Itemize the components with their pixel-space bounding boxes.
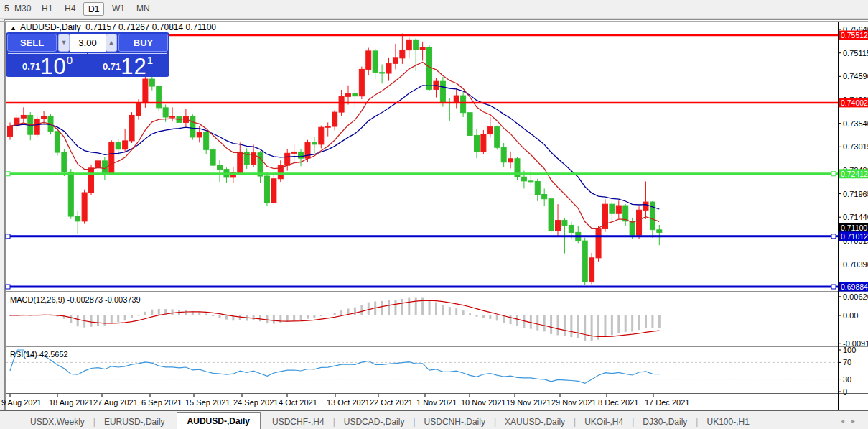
candle-body <box>149 79 154 86</box>
level-handle[interactable] <box>831 234 836 239</box>
price-badge-label: 0.71012 <box>841 232 868 241</box>
price-badge-label: 0.69884 <box>841 282 868 291</box>
candle-body <box>116 142 121 149</box>
chart-tab-dj30-[interactable]: DJ30-,Daily <box>634 415 696 429</box>
macd-histogram-bar <box>631 315 633 332</box>
sell-button[interactable]: SELL <box>7 34 57 52</box>
chart-tab-eurusd-[interactable]: EURUSD-,Daily <box>95 415 174 429</box>
macd-histogram-bar <box>388 300 390 315</box>
candle-body <box>657 230 662 233</box>
rsi-axis-label: 70 <box>843 358 851 366</box>
macd-histogram-bar <box>77 315 79 326</box>
chart-tab-usdx[interactable]: USDX,Weekly <box>22 415 93 429</box>
macd-histogram-bar <box>327 315 329 315</box>
macd-histogram-bar <box>83 315 85 328</box>
timeframe-button-d1[interactable]: D1 <box>83 2 104 16</box>
macd-histogram-bar <box>205 313 207 315</box>
price-tick-label: 0.75115 <box>843 49 868 57</box>
candle-body <box>542 195 547 199</box>
date-label: 9 Aug 2021 <box>1 398 42 407</box>
macd-histogram-bar <box>131 315 133 318</box>
candle-body <box>562 221 567 226</box>
macd-histogram-bar <box>523 315 525 328</box>
macd-histogram-bar <box>137 315 139 316</box>
candle-body <box>285 153 290 165</box>
candle-body <box>21 115 26 118</box>
chart-tab-xauusd-[interactable]: XAUUSD-,Daily <box>496 415 574 429</box>
macd-histogram-bar <box>117 315 119 322</box>
price-tick-label: 0.70390 <box>843 260 868 269</box>
chart-tab-usdcad-[interactable]: USDCAD-,Daily <box>335 415 414 429</box>
chart-symbol-period: AUDUSD-,Daily <box>20 22 81 32</box>
candle-body <box>190 116 195 137</box>
candle-body <box>501 147 506 162</box>
buy-price[interactable]: 0.71121 <box>88 53 167 76</box>
candle-body <box>82 193 87 221</box>
tabs-scroll-left-icon[interactable]: ◂ <box>841 417 851 425</box>
buy-button[interactable]: BUY <box>118 34 168 52</box>
timeframe-button-mn[interactable]: MN <box>132 2 154 16</box>
timeframe-button-h4[interactable]: H4 <box>60 2 80 16</box>
macd-histogram-bar <box>557 315 559 335</box>
ma-fast-line <box>10 62 659 228</box>
candle-body <box>521 177 526 181</box>
rsi-axis-label: 0 <box>843 387 847 396</box>
macd-histogram-bar <box>536 315 538 331</box>
chart-tab-usdchf-[interactable]: USDCHF-,H4 <box>263 415 333 429</box>
ma-slow-line <box>10 86 659 209</box>
macd-histogram-bar <box>111 315 113 323</box>
macd-histogram-bar <box>516 315 518 326</box>
date-label: 17 Dec 2021 <box>645 398 689 407</box>
candle-body <box>528 181 533 182</box>
price-badge-label: 0.72412 <box>841 170 868 178</box>
buy-price-pips: 12 <box>121 54 146 79</box>
rsi-axis-label: 100 <box>843 346 856 354</box>
sell-price-point: 0 <box>67 54 73 66</box>
level-handle[interactable] <box>6 172 10 176</box>
candle-body <box>386 63 391 73</box>
candle-body <box>495 127 500 148</box>
macd-histogram-bar <box>503 315 505 323</box>
macd-signal-line <box>10 300 659 336</box>
sell-price[interactable]: 0.71100 <box>8 53 87 76</box>
candle-body <box>535 181 540 194</box>
macd-histogram-bar <box>354 308 356 315</box>
candle-body <box>406 40 411 50</box>
macd-histogram-bar <box>151 310 153 315</box>
candle-body <box>163 108 168 117</box>
volume-input[interactable]: 3.00 <box>70 34 106 52</box>
candle-body <box>481 134 486 152</box>
macd-axis-label: 0.006201 <box>843 292 868 301</box>
chart-tab-ukoil-[interactable]: UKOil-,H4 <box>576 415 632 429</box>
candle-body <box>359 69 364 96</box>
volume-increase-icon[interactable]: ▲ <box>106 34 117 52</box>
macd-histogram-bar <box>212 315 214 316</box>
macd-histogram-bar <box>307 315 309 319</box>
chart-tab-audusd-[interactable]: AUDUSD-,Daily <box>177 412 261 429</box>
candle-body <box>373 51 378 73</box>
candle-body <box>197 132 202 137</box>
macd-histogram-bar <box>496 315 498 320</box>
candle-body <box>610 204 615 213</box>
candle-body <box>325 126 330 127</box>
timeframe-button-w1[interactable]: W1 <box>108 2 129 16</box>
macd-histogram-bar <box>158 309 160 315</box>
level-handle[interactable] <box>6 234 10 239</box>
date-label: 10 Nov 2021 <box>461 398 505 407</box>
timeframe-button-m30[interactable]: M30 <box>10 2 35 16</box>
chart-tab-uk100-[interactable]: UK100-,H1 <box>698 415 757 429</box>
level-handle[interactable] <box>6 285 10 289</box>
chart-tab-usdcnh-[interactable]: USDCNH-,Daily <box>416 415 494 429</box>
level-handle[interactable] <box>831 285 836 289</box>
candle-body <box>55 132 60 152</box>
macd-histogram-bar <box>591 315 593 341</box>
date-label: 4 Oct 2021 <box>279 398 317 407</box>
macd-histogram-bar <box>368 303 370 315</box>
level-handle[interactable] <box>831 172 836 176</box>
macd-histogram-bar <box>340 310 342 315</box>
volume-decrease-icon[interactable]: ▼ <box>58 34 70 52</box>
timeframe-button-h1[interactable]: H1 <box>37 2 57 16</box>
rsi-pane <box>6 350 838 383</box>
tabs-scroll-right-icon[interactable]: ▸ <box>851 417 862 425</box>
one-click-collapse-icon[interactable]: ▲ <box>10 24 17 32</box>
